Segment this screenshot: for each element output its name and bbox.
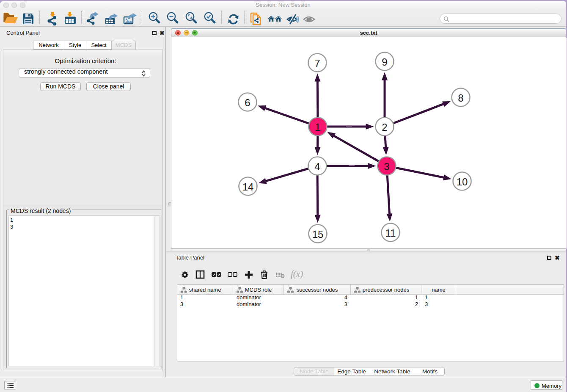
svg-text:7: 7	[314, 58, 320, 69]
svg-text:15: 15	[312, 229, 324, 240]
svg-text:14: 14	[242, 181, 254, 193]
svg-text:6: 6	[245, 97, 250, 108]
svg-text:2: 2	[382, 121, 387, 133]
svg-text:9: 9	[382, 56, 387, 68]
svg-text:1: 1	[315, 121, 320, 133]
svg-text:11: 11	[385, 227, 396, 239]
svg-text:8: 8	[458, 92, 463, 104]
svg-text:10: 10	[457, 176, 468, 188]
svg-text:4: 4	[314, 161, 320, 172]
svg-text:3: 3	[384, 161, 389, 172]
